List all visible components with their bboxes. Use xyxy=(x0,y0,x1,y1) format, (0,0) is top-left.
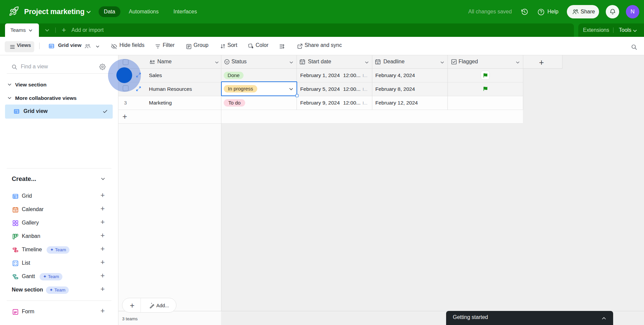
svg-text:31: 31 xyxy=(377,62,379,64)
svg-text:31: 31 xyxy=(301,62,304,64)
svg-text:31: 31 xyxy=(14,209,17,212)
